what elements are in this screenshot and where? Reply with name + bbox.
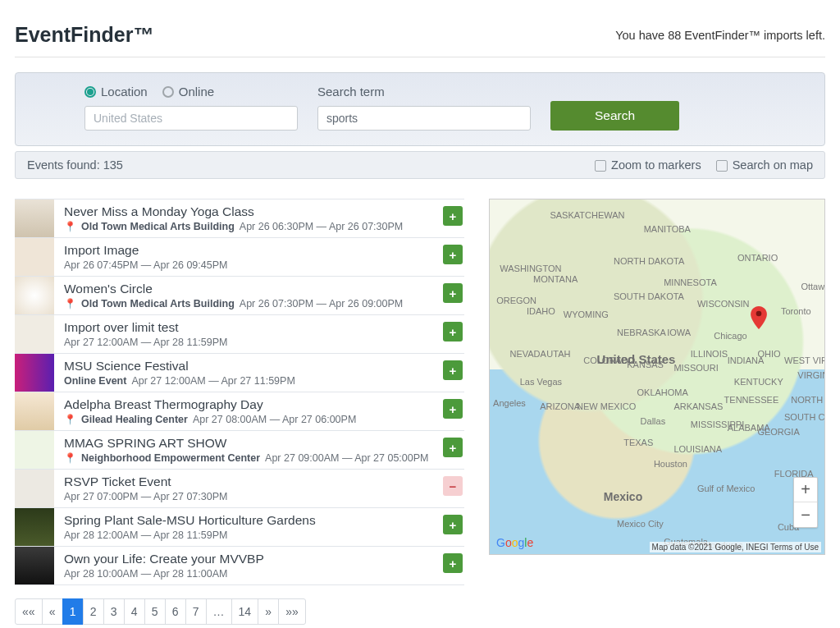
map-zoom-control: + − (793, 477, 818, 528)
event-meta: 📍Old Town Medical Arts BuildingApr 26 07… (64, 298, 433, 309)
event-row[interactable]: Own your Life: Create your MVVBPApr 28 1… (15, 547, 464, 585)
map-country-us: United States (597, 352, 676, 366)
radio-dot-icon (84, 86, 96, 98)
map-label: UTAH (546, 349, 570, 359)
add-event-button[interactable]: + (443, 283, 463, 303)
event-row[interactable]: MSU Science FestivalOnline EventApr 27 1… (15, 354, 464, 392)
zoom-to-markers-checkbox[interactable]: Zoom to markers (595, 158, 701, 172)
event-meta: 📍Old Town Medical Arts BuildingApr 26 06… (64, 221, 433, 232)
page-»»[interactable]: »» (278, 598, 306, 625)
page-1[interactable]: 1 (62, 598, 84, 625)
map-label: MONTANA (533, 274, 578, 284)
remove-event-button[interactable]: − (443, 476, 463, 496)
zoom-in-button[interactable]: + (794, 478, 817, 502)
map[interactable]: SASKATCHEWANMANITOBAONTARIOWASHINGTONMON… (489, 199, 825, 555)
checkbox-icon (716, 160, 728, 172)
event-time: Apr 26 06:30PM — Apr 26 07:30PM (240, 221, 403, 232)
event-meta: Apr 27 07:00PM — Apr 27 07:30PM (64, 491, 433, 502)
event-time: Apr 28 12:00AM — Apr 28 11:59PM (64, 529, 227, 541)
map-label: TEXAS (623, 438, 653, 447)
event-row[interactable]: MMAG SPRING ART SHOW📍Neighborhood Empowe… (15, 431, 464, 470)
event-thumbnail (15, 238, 54, 276)
map-label: IDAHO (527, 306, 555, 316)
search-on-map-label: Search on map (733, 158, 813, 172)
map-label: Ottawa (801, 282, 825, 291)
map-label: Angeles (493, 398, 526, 408)
search-button[interactable]: Search (550, 101, 679, 131)
event-body: Import ImageApr 26 07:45PM — Apr 26 09:4… (54, 238, 438, 276)
event-row[interactable]: Import over limit testApr 27 12:00AM — A… (15, 315, 464, 354)
map-label: ONTARIO (737, 253, 778, 263)
radio-location[interactable]: Location (84, 85, 148, 99)
map-label: MANITOBA (644, 224, 691, 234)
page-»[interactable]: » (258, 598, 279, 625)
add-event-button[interactable]: + (443, 206, 463, 226)
page-4[interactable]: 4 (124, 598, 145, 625)
page-«[interactable]: « (42, 598, 63, 625)
event-thumbnail (15, 470, 54, 507)
checkbox-icon (595, 160, 606, 172)
google-logo: Google (496, 536, 533, 549)
event-title: Never Miss a Monday Yoga Class (64, 204, 433, 219)
event-thumbnail (15, 199, 54, 237)
page-7[interactable]: 7 (185, 598, 207, 625)
event-meta: Apr 26 07:45PM — Apr 26 09:45PM (64, 259, 433, 271)
page-««[interactable]: «« (15, 598, 43, 625)
page-…[interactable]: … (206, 598, 232, 625)
event-body: RSVP Ticket EventApr 27 07:00PM — Apr 27… (54, 470, 438, 507)
event-time: Apr 27 09:00AM — Apr 27 05:00PM (265, 452, 428, 464)
imports-remaining: You have 88 EventFinder™ imports left. (615, 29, 825, 42)
event-list: Never Miss a Monday Yoga Class📍Old Town … (15, 199, 464, 585)
page-2[interactable]: 2 (83, 598, 104, 625)
map-attribution: Map data ©2021 Google, INEGI Terms of Us… (650, 542, 821, 552)
add-event-button[interactable]: + (443, 245, 463, 264)
event-row[interactable]: Never Miss a Monday Yoga Class📍Old Town … (15, 199, 464, 238)
event-body: Import over limit testApr 27 12:00AM — A… (54, 315, 438, 353)
map-label: MISSOURI (673, 363, 718, 373)
event-row[interactable]: Women's Circle📍Old Town Medical Arts Bui… (15, 277, 464, 315)
event-body: Own your Life: Create your MVVBPApr 28 1… (54, 547, 438, 584)
event-meta: 📍Gilead Healing CenterApr 27 08:00AM — A… (64, 414, 433, 425)
event-row[interactable]: RSVP Ticket EventApr 27 07:00PM — Apr 27… (15, 470, 464, 508)
zoom-out-button[interactable]: − (794, 502, 817, 527)
search-term-input[interactable] (317, 106, 531, 131)
event-thumbnail (15, 392, 54, 430)
map-label: TENNESSEE (724, 395, 779, 405)
radio-location-label: Location (101, 85, 148, 99)
map-marker-icon[interactable] (751, 306, 767, 329)
event-time: Apr 27 08:00AM — Apr 27 06:00PM (193, 414, 356, 425)
page-6[interactable]: 6 (165, 598, 186, 625)
page-3[interactable]: 3 (103, 598, 125, 625)
results-toolbar: Events found: 135 Zoom to markers Search… (15, 151, 825, 179)
add-event-button[interactable]: + (443, 553, 463, 573)
map-label: Chicago (714, 331, 746, 341)
add-event-button[interactable]: + (443, 515, 463, 534)
event-location: Neighborhood Empowerment Center (81, 452, 260, 464)
event-time: Apr 27 12:00AM — Apr 28 11:59PM (64, 337, 227, 348)
event-row[interactable]: Spring Plant Sale-MSU Horticulture Garde… (15, 508, 464, 547)
event-meta: Apr 28 10:00AM — Apr 28 11:00AM (64, 568, 433, 580)
event-title: MMAG SPRING ART SHOW (64, 436, 433, 451)
event-thumbnail (15, 315, 54, 353)
event-row[interactable]: Adelpha Breast Thermography Day📍Gilead H… (15, 392, 464, 431)
event-body: Spring Plant Sale-MSU Horticulture Garde… (54, 508, 438, 546)
map-label: ARIZONA (540, 401, 580, 411)
location-pin-icon: 📍 (64, 298, 76, 309)
event-title: Spring Plant Sale-MSU Horticulture Garde… (64, 513, 433, 528)
location-pin-icon: 📍 (64, 221, 76, 232)
add-event-button[interactable]: + (443, 322, 463, 342)
location-input[interactable] (84, 106, 298, 131)
page-5[interactable]: 5 (144, 598, 166, 625)
event-row[interactable]: Import ImageApr 26 07:45PM — Apr 26 09:4… (15, 238, 464, 277)
add-event-button[interactable]: + (443, 360, 463, 380)
page-14[interactable]: 14 (231, 598, 259, 625)
zoom-to-markers-label: Zoom to markers (611, 158, 701, 172)
map-label: GEORGIA (757, 427, 799, 437)
add-event-button[interactable]: + (443, 438, 463, 457)
event-meta: 📍Neighborhood Empowerment CenterApr 27 0… (64, 452, 433, 464)
radio-online[interactable]: Online (162, 85, 214, 99)
add-event-button[interactable]: + (443, 399, 463, 419)
search-on-map-checkbox[interactable]: Search on map (716, 158, 813, 172)
event-time: Apr 26 07:30PM — Apr 26 09:00PM (240, 298, 403, 309)
map-label: Toronto (781, 306, 811, 316)
